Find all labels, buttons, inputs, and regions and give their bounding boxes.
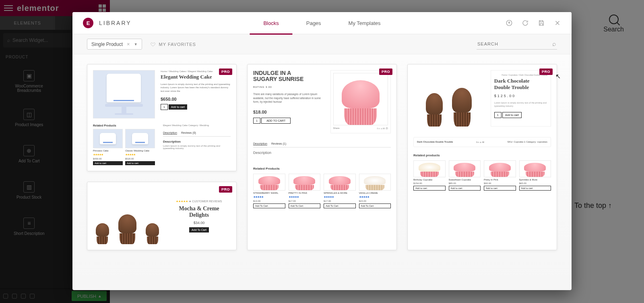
- search-input[interactable]: [477, 42, 548, 46]
- save-icon[interactable]: [538, 19, 545, 27]
- modal-toolbar: Single Product × ▼ MY FAVORITES ⌕: [72, 34, 572, 54]
- tab-blocks[interactable]: Blocks: [250, 12, 292, 34]
- product-image: [93, 129, 123, 148]
- modal-tabs: Blocks Pages My Templates: [250, 12, 394, 34]
- add-to-cart-button: Add to cart: [169, 104, 187, 110]
- template-gallery[interactable]: PRO Home / Wedding Cakes / Elegant Weddi…: [72, 54, 572, 290]
- filter-value: Single Product: [91, 42, 123, 47]
- product-image: [93, 70, 155, 118]
- tab-my-templates[interactable]: My Templates: [335, 12, 394, 34]
- upload-icon[interactable]: [506, 19, 513, 27]
- product-price: $650.00: [161, 97, 231, 102]
- template-card[interactable]: PRO Home / Cupcakes / Dark Chocolate Dou…: [407, 64, 557, 250]
- library-modal: E LIBRARY Blocks Pages My Templates Sing…: [72, 12, 572, 290]
- pro-badge: PRO: [539, 68, 553, 75]
- favorites-label: MY FAVORITES: [159, 42, 196, 47]
- elementor-logo-icon: E: [83, 18, 93, 28]
- product-desc: Lorem Ipsum is simply dummy text of the …: [161, 83, 231, 93]
- tab-pages[interactable]: Pages: [293, 12, 335, 34]
- template-card[interactable]: PRO INDULGE IN ASUGARY SUNRISE RATING 3.…: [247, 64, 397, 250]
- heart-icon: [150, 42, 156, 47]
- sync-icon[interactable]: [522, 19, 529, 27]
- category-filter[interactable]: Single Product × ▼: [87, 39, 142, 50]
- cursor-icon: ↖: [555, 73, 561, 80]
- search-icon: ⌕: [552, 40, 556, 48]
- header-tools: [506, 19, 561, 27]
- modal-title: LIBRARY: [99, 20, 132, 26]
- template-search[interactable]: ⌕: [477, 39, 557, 50]
- template-card[interactable]: PRO ★★★★★ ★ CUSTOMER REVIEWS Mocha & Cre…: [87, 182, 237, 250]
- caret-down-icon: ▼: [134, 42, 138, 46]
- template-card[interactable]: PRO Home / Wedding Cakes / Elegant Weddi…: [87, 64, 237, 171]
- close-icon[interactable]: [554, 19, 561, 27]
- my-favorites[interactable]: MY FAVORITES: [150, 42, 196, 47]
- pro-badge: PRO: [219, 186, 232, 193]
- pro-badge: PRO: [219, 68, 232, 75]
- modal-header: E LIBRARY Blocks Pages My Templates: [72, 12, 572, 34]
- pro-badge: PRO: [379, 68, 392, 75]
- product-image: [125, 129, 155, 148]
- clear-filter-icon[interactable]: ×: [127, 41, 130, 47]
- related-heading: Related Products: [93, 124, 155, 127]
